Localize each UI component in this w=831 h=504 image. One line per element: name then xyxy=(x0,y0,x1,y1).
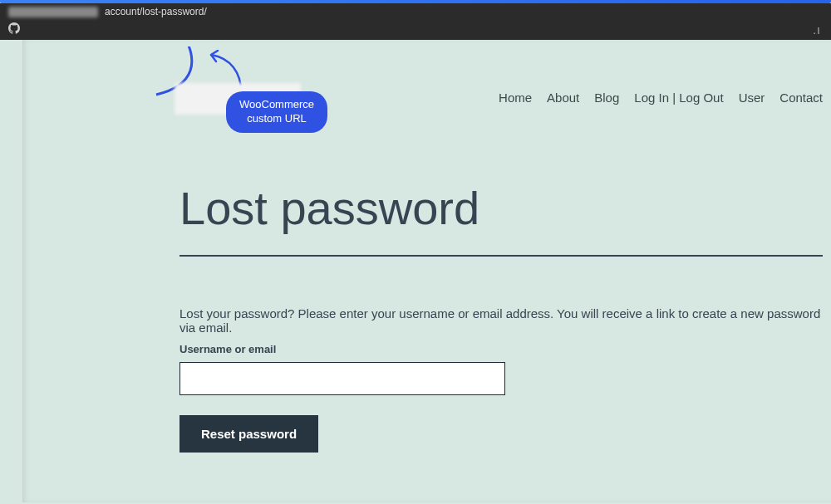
reset-password-button[interactable]: Reset password xyxy=(179,415,318,453)
username-email-input[interactable] xyxy=(179,362,505,395)
callout-text-line1: WooCommerce xyxy=(239,98,314,112)
url-visible-text: account/lost-password/ xyxy=(105,6,207,17)
nav-blog[interactable]: Blog xyxy=(594,91,619,105)
nav-about[interactable]: About xyxy=(547,91,579,105)
site-header: Home About Blog Log In | Log Out User Co… xyxy=(0,40,831,115)
primary-nav: Home About Blog Log In | Log Out User Co… xyxy=(499,83,823,105)
page-viewport: WooCommerce custom URL Home About Blog L… xyxy=(0,40,831,502)
github-icon[interactable] xyxy=(8,22,20,37)
annotation-callout: WooCommerce custom URL xyxy=(226,91,327,133)
instructions-text: Lost your password? Please enter your us… xyxy=(179,306,823,335)
toolbar-overflow-icon[interactable]: .ı xyxy=(813,23,823,37)
page-content: Lost password Lost your password? Please… xyxy=(0,115,831,453)
browser-address-bar[interactable]: account/lost-password/ xyxy=(0,3,831,20)
nav-contact[interactable]: Contact xyxy=(779,91,823,105)
title-divider xyxy=(179,255,823,257)
username-email-label: Username or email xyxy=(179,343,823,355)
url-blurred-prefix xyxy=(8,7,98,17)
browser-bookmark-bar: .ı xyxy=(0,20,831,40)
page-title: Lost password xyxy=(179,181,823,235)
nav-user[interactable]: User xyxy=(739,91,765,105)
nav-home[interactable]: Home xyxy=(499,91,532,105)
callout-text-line2: custom URL xyxy=(239,112,314,126)
nav-login-logout[interactable]: Log In | Log Out xyxy=(634,91,723,105)
